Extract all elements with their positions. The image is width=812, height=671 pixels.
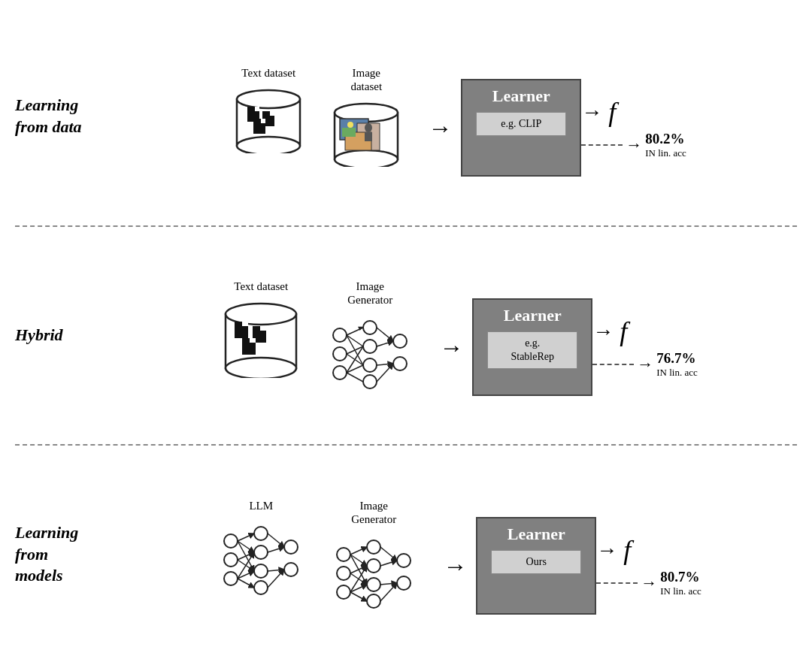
svg-rect-19 <box>365 132 372 141</box>
arrow-f-3: → <box>596 538 617 562</box>
dashed-line-3 <box>596 582 638 584</box>
row-hybrid: Hybrid Text dataset <box>15 227 797 446</box>
svg-line-89 <box>380 547 397 561</box>
image-generator-models: ImageGenerator <box>329 499 419 611</box>
learner-title-2: Learner <box>504 306 562 325</box>
network-hybrid-svg <box>325 313 415 391</box>
accuracy-group-3: 80.7% IN lin. acc <box>660 569 701 597</box>
svg-rect-17 <box>342 128 356 137</box>
dashed-row-1: → 80.2% IN lin. acc <box>581 131 686 159</box>
svg-point-56 <box>254 564 268 578</box>
accuracy-group-2: 76.7% IN lin. acc <box>656 350 698 379</box>
learner-inner-1: e.g. CLIP <box>476 112 566 136</box>
svg-line-45 <box>377 341 393 346</box>
image-dataset-item: Imagedataset <box>329 66 404 167</box>
svg-point-55 <box>254 546 268 559</box>
text-cylinder-svg <box>231 86 306 153</box>
svg-point-80 <box>397 576 411 590</box>
svg-point-33 <box>363 340 377 353</box>
svg-line-81 <box>350 547 367 555</box>
svg-point-76 <box>367 559 380 573</box>
svg-line-68 <box>268 533 284 547</box>
arrow-acc-1: → <box>626 135 642 155</box>
svg-line-71 <box>268 570 284 588</box>
svg-point-37 <box>393 357 407 370</box>
svg-point-18 <box>365 123 372 132</box>
dashed-line-1 <box>581 144 623 146</box>
f-arrow-row-2: → f <box>592 316 698 347</box>
sources-group-1: Text dataset <box>231 66 404 167</box>
svg-point-2 <box>237 137 300 153</box>
svg-point-11 <box>335 150 398 167</box>
f-symbol-3: f <box>623 534 631 566</box>
svg-point-53 <box>224 572 238 585</box>
arrow-f-2: → <box>592 319 614 343</box>
svg-point-72 <box>337 548 350 561</box>
text-dataset-item: Text dataset <box>231 66 306 153</box>
result-group-3: → f → 80.7% IN lin. acc <box>596 534 701 597</box>
arrow-to-learner-1: → <box>428 116 452 140</box>
learner-inner-3: Ours <box>491 550 581 574</box>
svg-line-90 <box>380 561 397 566</box>
svg-point-51 <box>224 534 238 548</box>
text-cylinder-hybrid-svg <box>220 299 302 378</box>
svg-point-32 <box>363 321 377 334</box>
image-cylinder-svg <box>329 99 404 167</box>
svg-point-34 <box>363 358 377 372</box>
svg-point-79 <box>397 554 411 567</box>
arrow-to-learner-2: → <box>439 335 463 359</box>
text-dataset-label: Text dataset <box>241 66 295 80</box>
learner-box-2: Learner e.g.StableRep <box>472 298 592 396</box>
svg-line-43 <box>347 373 363 382</box>
svg-point-78 <box>367 594 380 608</box>
image-generator-models-label: ImageGenerator <box>351 499 396 526</box>
svg-point-1 <box>237 90 300 108</box>
image-generator-hybrid: ImageGenerator <box>325 280 415 391</box>
svg-point-75 <box>367 540 380 554</box>
accuracy-group-1: 80.2% IN lin. acc <box>645 131 686 159</box>
text-dataset-hybrid: Text dataset <box>220 280 302 378</box>
svg-point-52 <box>224 553 238 567</box>
label-hybrid: Hybrid <box>15 325 120 346</box>
svg-point-16 <box>347 122 353 128</box>
learner-title-3: Learner <box>508 524 565 544</box>
accuracy-label-3: IN lin. acc <box>660 585 701 597</box>
accuracy-value-2: 76.7% <box>656 350 698 367</box>
learner-box-3: Learner Ours <box>476 517 596 615</box>
content-learning-from-models: LLM <box>120 494 797 615</box>
f-arrow-row-1: → f <box>581 96 686 128</box>
svg-point-31 <box>333 366 347 379</box>
image-dataset-label: Imagedataset <box>350 66 382 93</box>
diagram-container: Learningfrom data Text dataset <box>0 0 812 671</box>
row-learning-from-data: Learningfrom data Text dataset <box>15 8 797 227</box>
sources-group-2: Text dataset <box>220 280 415 391</box>
image-generator-hybrid-label: ImageGenerator <box>347 280 392 307</box>
arrow-f-1: → <box>581 100 602 124</box>
svg-line-70 <box>268 570 284 571</box>
svg-point-36 <box>393 334 407 348</box>
svg-point-59 <box>284 563 298 576</box>
content-hybrid: Text dataset <box>120 276 797 396</box>
llm-label: LLM <box>249 499 273 512</box>
svg-marker-4 <box>255 107 259 111</box>
svg-line-69 <box>268 547 284 552</box>
image-gen-models-svg <box>329 532 419 611</box>
arrow-acc-3: → <box>641 573 657 593</box>
dashed-row-3: → 80.7% IN lin. acc <box>596 569 701 597</box>
svg-marker-28 <box>250 338 256 343</box>
f-symbol-1: f <box>608 96 616 128</box>
f-arrow-row-3: → f <box>596 534 701 566</box>
learner-inner-2: e.g.StableRep <box>487 331 577 369</box>
content-learning-from-data: Text dataset <box>120 56 797 177</box>
text-dataset-hybrid-label: Text dataset <box>234 280 288 293</box>
llm-item: LLM <box>216 499 306 597</box>
svg-point-29 <box>333 328 347 342</box>
row-learning-from-models: Learningfrommodels LLM <box>15 446 797 663</box>
svg-point-58 <box>284 540 298 554</box>
result-group-1: → f → 80.2% IN lin. acc <box>581 96 686 159</box>
learner-title-1: Learner <box>492 86 550 106</box>
svg-line-91 <box>380 583 397 585</box>
learner-box-1: Learner e.g. CLIP <box>461 79 581 177</box>
svg-point-77 <box>367 578 380 591</box>
svg-line-46 <box>377 364 393 365</box>
